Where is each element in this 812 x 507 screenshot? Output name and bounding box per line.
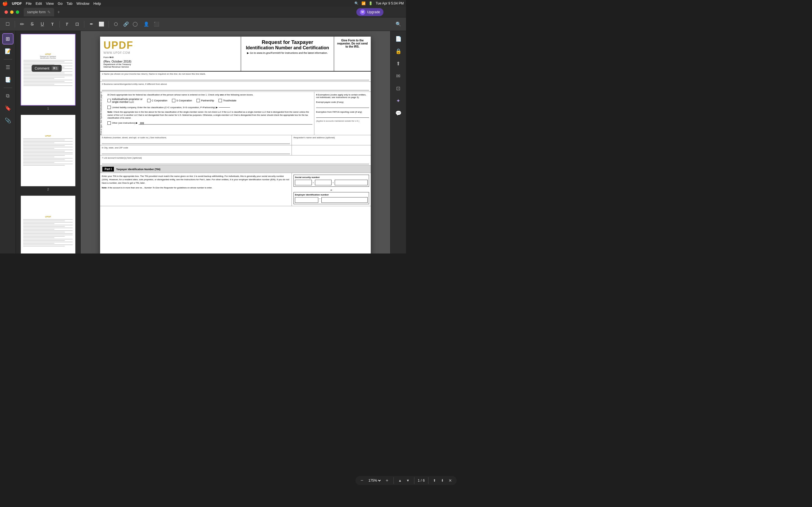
apple-menu[interactable]: 🍎 <box>2 1 8 6</box>
form-field-icon[interactable]: ⊡ <box>73 20 81 29</box>
fatca-label: Exemption from FATCA reporting code (if … <box>316 111 362 113</box>
tab-menu[interactable]: Tab <box>66 1 72 6</box>
close-button[interactable] <box>4 10 8 14</box>
pdf-logo-url: WWW.UPDF.COM <box>103 51 238 54</box>
line7-input[interactable] <box>102 160 369 164</box>
view-menu[interactable]: View <box>46 1 54 6</box>
tab-edit-icon[interactable]: ✎ <box>47 10 51 14</box>
checkbox-partnership-box[interactable] <box>197 99 200 102</box>
line2-label: 2 Business name/disregarded entity name,… <box>102 83 369 86</box>
checkbox-other-box[interactable] <box>107 121 111 125</box>
tab-bar: sample form ✎ + M Upgrade <box>0 7 406 17</box>
tooltip-label: Comment <box>35 66 49 70</box>
line6-input[interactable] <box>102 150 290 154</box>
search-toolbar-icon[interactable]: 🔍 <box>394 20 403 29</box>
checkbox-individual-box[interactable] <box>107 99 111 102</box>
ai-tool[interactable]: ✦ <box>393 95 404 107</box>
line6-label: 6 City, state, and ZIP code <box>102 147 290 149</box>
redact-icon[interactable]: ⬛ <box>152 20 161 29</box>
part1-header-row: Part I Taxpayer Identification Number (T… <box>100 166 371 173</box>
thumbnail-page-2[interactable]: UPDF <box>18 115 78 191</box>
ssn-section: Social security number - - <box>294 175 369 187</box>
app-menu[interactable]: UPDF <box>12 1 22 6</box>
lasso-icon[interactable]: ⃝ <box>132 20 140 29</box>
checkbox-llc-box[interactable] <box>107 106 111 109</box>
line5-input[interactable] <box>102 139 290 144</box>
llc-label: Limited liability company. Enter the tax… <box>112 106 218 109</box>
list-tool[interactable]: ☰ <box>2 62 13 73</box>
share-tool[interactable]: ⬆ <box>393 58 404 69</box>
strikethrough-icon[interactable]: S <box>28 20 36 29</box>
page-tool[interactable]: 📑 <box>2 74 13 86</box>
link-icon[interactable]: 🔗 <box>122 20 130 29</box>
thumbnail-page-3[interactable]: UPDF <box>18 195 78 253</box>
maximize-button[interactable] <box>16 10 19 14</box>
help-menu[interactable]: Help <box>93 1 101 6</box>
pdf-viewer[interactable]: UPDF WWW.UPDF.COM Form W-9 (Rev. October… <box>81 31 390 253</box>
highlight-icon[interactable]: ✏ <box>18 20 26 29</box>
annotation-tool[interactable]: 📝 <box>2 46 13 57</box>
part1-title: Taxpayer Identification Number (TIN) <box>116 168 160 171</box>
comment-tool[interactable]: 💬 <box>393 108 404 119</box>
document-tab[interactable]: sample form ✎ <box>24 8 54 16</box>
ein-field-2[interactable] <box>321 197 368 203</box>
checkbox-row-main: Individual/sole proprietor orsingle-memb… <box>107 98 312 103</box>
email-tool[interactable]: ✉ <box>393 70 404 82</box>
ssn-field-3[interactable] <box>335 180 368 185</box>
form-row-3: Print or type. See Specific Instructions… <box>100 92 371 135</box>
ein-field-1[interactable] <box>295 197 318 203</box>
avatar: M <box>360 9 365 15</box>
upgrade-button[interactable]: M Upgrade <box>356 8 384 16</box>
comment-box-icon[interactable]: ☐ <box>3 20 12 29</box>
form-dept: Department of the Treasury <box>103 63 238 66</box>
underline-icon[interactable]: U <box>38 20 47 29</box>
form-service: Internal Revenue Service <box>103 66 238 68</box>
go-menu[interactable]: Go <box>58 1 63 6</box>
tin-fields: Social security number - - or <box>292 173 371 206</box>
clock: Tue Apr 9 5:04 PM <box>375 1 404 5</box>
pdf-title-sub: Identification Number and Certification <box>244 45 331 50</box>
ocr-tool[interactable]: ⊡ <box>393 83 404 94</box>
doc-properties-tool[interactable]: 📄 <box>393 33 404 45</box>
add-tab-button[interactable]: + <box>55 9 62 15</box>
thumbnail-page-1[interactable]: UPDF Request for TaxpayerIdentification … <box>18 34 78 110</box>
attachment-tool[interactable]: 📎 <box>2 115 13 126</box>
requester-section: Requester's name and address (optional) <box>292 135 371 145</box>
search-icon[interactable]: 🔍 <box>354 1 359 5</box>
annotation-icon[interactable]: ✒ <box>87 20 96 29</box>
checkbox-s-corp-box[interactable] <box>172 99 175 102</box>
window-menu[interactable]: Window <box>77 1 89 6</box>
security-tool[interactable]: 🔒 <box>393 46 404 57</box>
text-style-icon[interactable]: T <box>63 20 71 29</box>
exempt-payee-input[interactable] <box>316 104 369 108</box>
form-row-3-left: Print or type. See Specific Instructions… <box>100 92 314 135</box>
edit-menu[interactable]: Edit <box>36 1 42 6</box>
fatca-input[interactable] <box>316 114 369 118</box>
ssn-field-2[interactable] <box>315 180 332 185</box>
thumbnail-tool[interactable]: ⊞ <box>2 33 13 45</box>
file-menu[interactable]: File <box>26 1 32 6</box>
text-icon[interactable]: T <box>48 20 57 29</box>
app-window: sample form ✎ + M Upgrade ☐ ✏ S U T T ⊡ … <box>0 7 406 253</box>
form-name-label: Form W-9 <box>103 56 238 59</box>
llc-input[interactable] <box>219 107 230 108</box>
line7-label: 7 List account number(s) here (optional) <box>102 157 369 159</box>
bookmark-tool[interactable]: 🔖 <box>2 103 13 114</box>
user-icon[interactable]: 👤 <box>142 20 151 29</box>
line1-input[interactable] <box>102 76 369 80</box>
thumbnail-label-1: 1 <box>18 107 78 110</box>
minimize-button[interactable] <box>10 10 13 14</box>
thumbnail-label-2: 2 <box>18 187 78 191</box>
thumbnail-panel[interactable]: UPDF Request for TaxpayerIdentification … <box>16 31 81 253</box>
checkbox-c-corp-box[interactable] <box>147 99 151 102</box>
layers-tool[interactable]: ⧉ <box>2 90 13 101</box>
checkbox-individual-label: Individual/sole proprietor orsingle-memb… <box>112 98 143 103</box>
form-cell-6: 6 City, state, and ZIP code <box>100 145 292 155</box>
ssn-field-1[interactable] <box>295 180 312 185</box>
pdf-page: UPDF WWW.UPDF.COM Form W-9 (Rev. October… <box>100 37 371 253</box>
shape-rect-icon[interactable]: ⬜ <box>97 20 106 29</box>
shape-icon[interactable]: ⬡ <box>112 20 120 29</box>
line3-instruction: 3 Check appropriate box for federal tax … <box>107 94 312 96</box>
checkbox-trust-box[interactable] <box>218 99 222 102</box>
line2-input[interactable] <box>102 86 369 91</box>
